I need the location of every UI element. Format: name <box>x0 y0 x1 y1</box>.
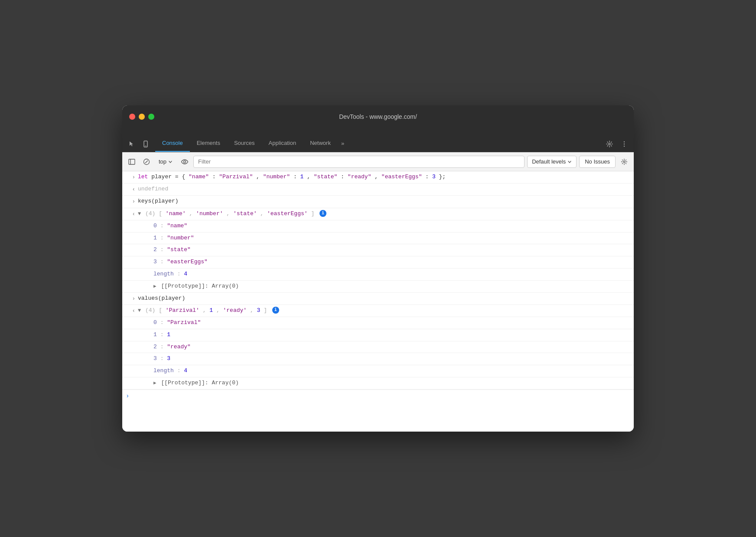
line-prefix <box>138 379 153 380</box>
tab-application[interactable]: Application <box>262 134 303 152</box>
line-content: 0 : "name" <box>153 222 630 231</box>
title-bar: DevTools - www.google.com/ <box>122 105 634 128</box>
svg-point-5 <box>624 146 625 147</box>
line-content: ▼ (4) [ 'name' , 'number' , 'state' , 'e… <box>138 210 630 219</box>
console-line-input-3: › values(player) <box>122 293 634 305</box>
svg-point-2 <box>609 143 610 145</box>
clear-console-button[interactable] <box>140 156 153 168</box>
tab-bar-right-icons <box>603 138 630 152</box>
sidebar-toggle-button[interactable] <box>126 156 138 168</box>
value-item-2: 2 : "ready" <box>122 341 634 354</box>
line-content: 3 : "easterEggs" <box>153 258 630 267</box>
eye-icon-button[interactable] <box>179 156 191 168</box>
svg-rect-1 <box>145 146 147 146</box>
svg-rect-6 <box>129 159 135 164</box>
info-badge-2[interactable]: i <box>272 307 279 314</box>
line-content: let player = { "name" : "Parzival" , "nu… <box>138 173 630 182</box>
values-length: length : 4 <box>122 365 634 377</box>
close-button[interactable] <box>129 114 135 120</box>
array-item-1: 1 : "number" <box>122 232 634 245</box>
line-prefix: ‹ <box>122 210 138 219</box>
console-line-array-keys: ‹ ▼ (4) [ 'name' , 'number' , 'state' , … <box>122 208 634 220</box>
context-dropdown[interactable]: top <box>155 157 176 166</box>
info-badge[interactable]: i <box>319 210 326 217</box>
console-settings-icon[interactable] <box>618 156 630 168</box>
array-item-0: 0 : "name" <box>122 220 634 232</box>
line-content: 3 : 3 <box>153 354 630 363</box>
filter-input[interactable] <box>193 156 525 168</box>
line-prefix: › <box>122 173 138 182</box>
line-content: ▼ (4) [ 'Parzival' , 1 , 'ready' , 3 ] i <box>138 306 630 315</box>
line-content: length : 4 <box>153 270 630 279</box>
line-prefix: › <box>122 197 138 206</box>
tab-bar: Console Elements Sources Application Net… <box>122 128 634 152</box>
inspect-element-icon[interactable] <box>126 138 138 150</box>
line-prefix: ‹ <box>122 306 138 315</box>
console-line-output-1: ‹ undefined <box>122 183 634 196</box>
line-content: undefined <box>138 185 630 194</box>
traffic-lights <box>129 114 154 120</box>
console-line-input-1: › let player = { "name" : "Parzival" , "… <box>122 171 634 183</box>
value-item-3: 3 : 3 <box>122 353 634 365</box>
default-levels-dropdown[interactable]: Default levels <box>527 156 577 168</box>
svg-point-10 <box>184 160 186 163</box>
line-prefix <box>138 331 153 331</box>
tabs: Console Elements Sources Application Net… <box>155 134 603 152</box>
array-item-2: 2 : "state" <box>122 244 634 256</box>
line-content: 1 : 1 <box>153 331 630 340</box>
line-content: 1 : "number" <box>153 234 630 243</box>
array-item-3: 3 : "easterEggs" <box>122 256 634 268</box>
maximize-button[interactable] <box>148 114 154 120</box>
console-line-input-2: › keys(player) <box>122 196 634 208</box>
line-prefix <box>138 270 153 271</box>
svg-point-3 <box>624 141 625 142</box>
line-prefix <box>138 318 153 319</box>
line-prefix: › <box>122 294 138 303</box>
more-options-icon[interactable] <box>618 138 630 150</box>
tab-bar-left-icons <box>126 138 152 152</box>
line-content: ▶ [[Prototype]]: Array(0) <box>153 379 630 388</box>
svg-point-11 <box>623 161 625 163</box>
devtools-window: DevTools - www.google.com/ Console <box>122 105 634 432</box>
minimize-button[interactable] <box>139 114 145 120</box>
console-prompt: › <box>122 390 634 402</box>
tab-elements[interactable]: Elements <box>190 134 227 152</box>
line-prefix: ‹ <box>122 185 138 194</box>
line-content: 2 : "state" <box>153 246 630 255</box>
line-prefix <box>138 234 153 235</box>
prompt-arrow-icon: › <box>126 393 129 399</box>
no-issues-button[interactable]: No Issues <box>579 156 616 168</box>
tab-sources[interactable]: Sources <box>227 134 262 152</box>
line-prefix <box>138 222 153 223</box>
line-content: 0 : "Parzival" <box>153 318 630 327</box>
svg-line-9 <box>145 160 148 163</box>
value-item-1: 1 : 1 <box>122 329 634 341</box>
line-content: keys(player) <box>138 197 630 206</box>
line-content: values(player) <box>138 294 630 303</box>
array-length: length : 4 <box>122 268 634 281</box>
array-prototype: ▶ [[Prototype]]: Array(0) <box>122 281 634 293</box>
console-line-array-values: ‹ ▼ (4) [ 'Parzival' , 1 , 'ready' , 3 ]… <box>122 305 634 317</box>
line-content: ▶ [[Prototype]]: Array(0) <box>153 282 630 291</box>
more-tabs-button[interactable]: » <box>338 134 348 152</box>
line-prefix <box>138 258 153 259</box>
line-content: 2 : "ready" <box>153 343 630 352</box>
console-toolbar: top Default levels No Issues <box>122 152 634 171</box>
line-content: length : 4 <box>153 367 630 376</box>
line-prefix <box>138 367 153 367</box>
console-output: › let player = { "name" : "Parzival" , "… <box>122 171 634 432</box>
device-toolbar-icon[interactable] <box>140 138 152 150</box>
tab-console[interactable]: Console <box>155 134 190 152</box>
tab-network[interactable]: Network <box>303 134 338 152</box>
line-prefix <box>138 282 153 283</box>
window-title: DevTools - www.google.com/ <box>339 113 417 120</box>
line-prefix <box>138 343 153 344</box>
settings-icon[interactable] <box>603 138 616 150</box>
console-input[interactable] <box>133 393 630 399</box>
values-prototype: ▶ [[Prototype]]: Array(0) <box>122 377 634 390</box>
line-prefix <box>138 246 153 246</box>
value-item-0: 0 : "Parzival" <box>122 317 634 329</box>
svg-point-4 <box>624 144 625 144</box>
line-prefix <box>138 354 153 355</box>
